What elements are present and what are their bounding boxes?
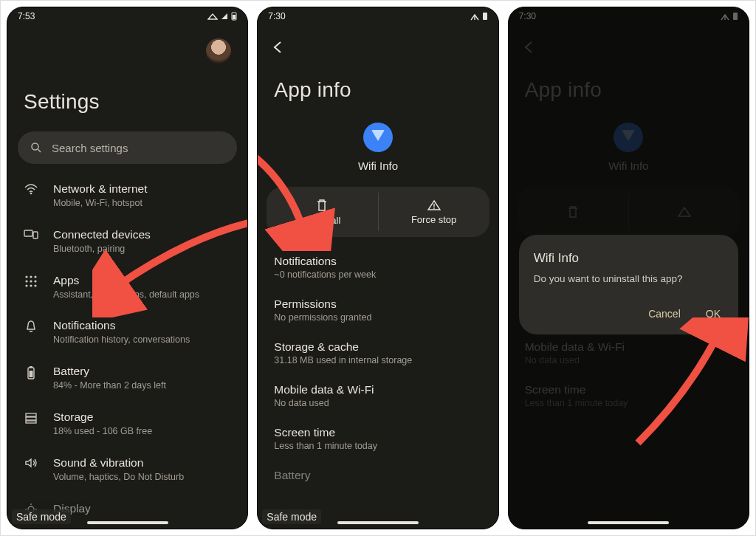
back-button [516,34,543,61]
page-title: Settings [7,63,247,127]
back-button[interactable] [265,34,292,61]
status-icons [470,12,488,21]
action-row: Uninstall Force stop [267,187,489,237]
app-name-label: Wifi Info [358,159,398,172]
app-header: Wifi Info [509,115,749,181]
status-time: 7:30 [519,11,536,21]
app-icon [363,123,393,152]
app-info-screen-time: Screen timeLess than 1 minute today [509,376,749,419]
status-icons [207,12,237,21]
trash-icon [567,205,579,219]
search-icon [30,141,43,154]
dialog-cancel-button[interactable]: Cancel [645,303,684,324]
warning-icon [427,199,441,211]
settings-item-storage[interactable]: Storage18% used - 106 GB free [7,401,247,447]
uninstall-button[interactable]: Uninstall [267,187,377,237]
search-bar[interactable]: Search settings [18,131,237,164]
profile-avatar[interactable] [206,38,231,63]
search-placeholder: Search settings [52,142,128,154]
force-stop-button [629,187,740,237]
svg-point-2 [32,143,38,150]
apps-icon [21,273,41,288]
svg-rect-17 [30,366,32,368]
settings-item-connected-devices[interactable]: Connected devicesBluetooth, pairing [7,219,247,264]
status-bar: 7:53 [7,7,247,25]
home-indicator[interactable] [588,521,669,524]
svg-point-15 [34,284,36,286]
force-stop-button[interactable]: Force stop [379,187,489,237]
svg-point-10 [25,280,27,282]
uninstall-button [518,187,628,237]
svg-rect-19 [26,413,36,416]
app-info-permissions[interactable]: PermissionsNo permissions granted [258,290,498,333]
home-indicator[interactable] [337,521,419,524]
svg-point-8 [30,275,32,278]
svg-rect-28 [483,13,487,20]
settings-item-notifications[interactable]: NotificationsNotification history, conve… [7,309,247,355]
screen-settings: 7:53 Settings Search settings Network & … [7,7,248,529]
app-info-screen-time[interactable]: Screen timeLess than 1 minute today [258,419,498,461]
settings-item-network[interactable]: Network & internetMobile, Wi-Fi, hotspot [7,173,247,219]
app-info-storage[interactable]: Storage & cache31.18 MB used in internal… [258,333,498,376]
svg-rect-32 [733,13,738,20]
uninstall-dialog: Wifi Info Do you want to uninstall this … [519,235,738,334]
settings-list: Network & internetMobile, Wi-Fi, hotspot… [7,173,247,529]
app-info-mobile-data[interactable]: Mobile data & Wi-FiNo data used [258,376,498,419]
screen-uninstall-dialog: 7:30 App info Wifi Info PermissionsNo pe… [508,7,749,529]
svg-point-14 [30,284,32,286]
app-header: Wifi Info [258,115,498,181]
battery-icon [21,364,41,380]
page-title: App info [258,61,498,115]
app-icon [614,123,643,152]
svg-point-9 [34,275,36,278]
safe-mode-badge: Safe mode [262,509,321,524]
settings-item-sound[interactable]: Sound & vibrationVolume, haptics, Do Not… [7,447,247,492]
svg-point-11 [30,280,32,282]
svg-rect-18 [30,371,33,377]
app-info-mobile-data: Mobile data & Wi-FiNo data used [509,333,749,376]
app-name-label: Wifi Info [608,159,648,172]
app-info-list: Notifications~0 notifications per week P… [258,247,498,529]
svg-point-7 [25,275,27,278]
status-time: 7:53 [18,11,35,21]
storage-icon [21,410,41,425]
dialog-ok-button[interactable]: OK [703,303,724,324]
svg-rect-5 [24,230,32,236]
svg-point-12 [34,280,36,282]
svg-rect-21 [26,421,36,423]
bell-icon [21,318,41,333]
home-indicator[interactable] [87,521,168,524]
svg-rect-20 [26,417,36,420]
page-title: App info [509,61,749,115]
svg-rect-1 [233,15,236,19]
app-info-battery[interactable]: Battery [258,461,498,492]
svg-point-30 [433,207,435,209]
app-info-notifications[interactable]: Notifications~0 notifications per week [258,247,498,290]
status-bar: 7:30 [509,7,749,25]
svg-point-13 [25,284,27,286]
status-icons [721,12,738,21]
screen-app-info: 7:30 App info Wifi Info Uninstall Force … [257,7,498,529]
safe-mode-badge: Safe mode [12,509,71,524]
wifi-icon [21,182,41,195]
dialog-title: Wifi Info [534,251,724,266]
trash-icon [316,199,328,212]
devices-icon [21,227,41,239]
dialog-message: Do you want to uninstall this app? [534,273,724,284]
settings-item-apps[interactable]: AppsAssistant, recent apps, default apps [7,264,247,310]
svg-line-3 [38,149,41,152]
warning-icon [678,206,691,218]
svg-rect-6 [33,232,38,238]
status-bar: 7:30 [258,7,498,25]
settings-item-battery[interactable]: Battery84% - More than 2 days left [7,355,247,401]
status-time: 7:30 [268,11,285,21]
sound-icon [21,456,41,469]
svg-point-4 [30,193,32,195]
action-row [518,187,740,237]
